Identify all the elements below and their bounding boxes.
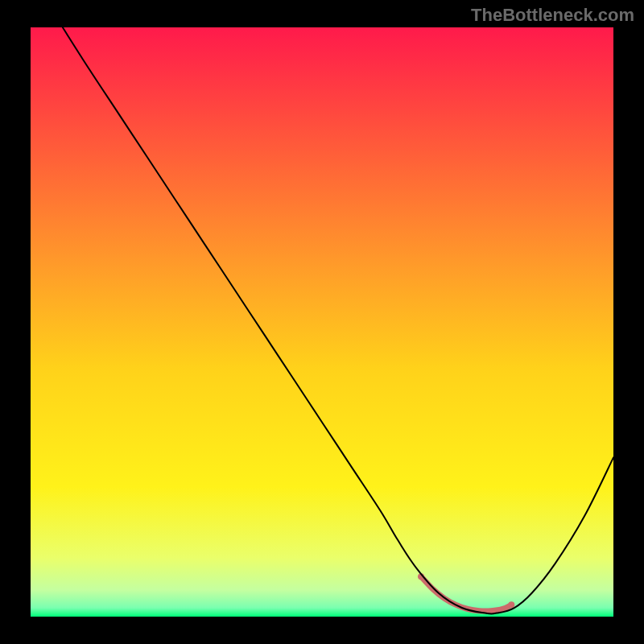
highlight-endpoint [508,601,514,608]
chart-container: TheBottleneck.com [0,0,644,644]
watermark-text: TheBottleneck.com [471,5,634,26]
chart-svg [0,0,644,644]
plot-background [31,27,613,617]
